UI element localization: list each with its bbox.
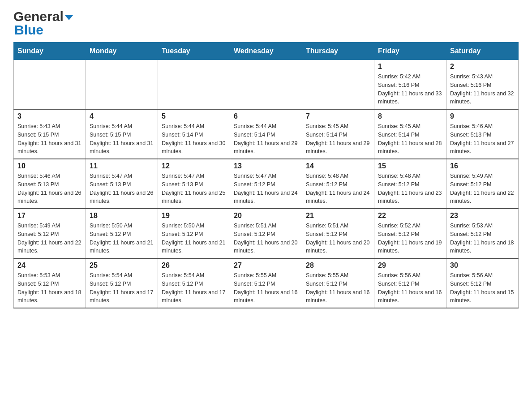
logo-general-text: General (13, 9, 64, 24)
calendar-week-3: 10 Sunrise: 5:46 AMSunset: 5:13 PMDaylig… (14, 159, 519, 209)
logo-blue-text: Blue (14, 22, 43, 38)
calendar-cell: 15 Sunrise: 5:48 AMSunset: 5:12 PMDaylig… (374, 159, 446, 209)
calendar-cell (302, 60, 374, 110)
day-number: 24 (17, 261, 82, 270)
day-info: Sunrise: 5:55 AMSunset: 5:12 PMDaylight:… (234, 271, 298, 305)
day-number: 9 (450, 112, 515, 120)
calendar-cell: 10 Sunrise: 5:46 AMSunset: 5:13 PMDaylig… (14, 159, 86, 209)
day-number: 4 (90, 112, 154, 120)
day-info: Sunrise: 5:49 AMSunset: 5:12 PMDaylight:… (17, 222, 82, 255)
day-number: 15 (378, 162, 442, 170)
header-row: Sunday Monday Tuesday Wednesday Thursday… (14, 43, 519, 60)
calendar-cell: 23 Sunrise: 5:53 AMSunset: 5:12 PMDaylig… (446, 209, 519, 258)
day-info: Sunrise: 5:48 AMSunset: 5:12 PMDaylight:… (306, 172, 370, 206)
calendar-cell: 26 Sunrise: 5:54 AMSunset: 5:12 PMDaylig… (158, 258, 230, 308)
calendar-cell: 13 Sunrise: 5:47 AMSunset: 5:12 PMDaylig… (230, 159, 302, 209)
calendar-cell: 8 Sunrise: 5:45 AMSunset: 5:14 PMDayligh… (374, 109, 446, 159)
day-info: Sunrise: 5:46 AMSunset: 5:13 PMDaylight:… (17, 172, 82, 206)
col-thursday: Thursday (302, 43, 374, 60)
calendar-cell: 20 Sunrise: 5:51 AMSunset: 5:12 PMDaylig… (230, 209, 302, 258)
day-number: 8 (378, 112, 442, 120)
day-number: 13 (234, 162, 298, 170)
calendar-body: 1 Sunrise: 5:42 AMSunset: 5:16 PMDayligh… (14, 60, 519, 308)
day-info: Sunrise: 5:43 AMSunset: 5:15 PMDaylight:… (17, 122, 82, 156)
day-info: Sunrise: 5:48 AMSunset: 5:12 PMDaylight:… (378, 172, 442, 206)
calendar-cell: 12 Sunrise: 5:47 AMSunset: 5:13 PMDaylig… (158, 159, 230, 209)
col-wednesday: Wednesday (230, 43, 302, 60)
calendar-week-5: 24 Sunrise: 5:53 AMSunset: 5:12 PMDaylig… (14, 258, 519, 308)
day-number: 11 (90, 162, 154, 170)
day-info: Sunrise: 5:45 AMSunset: 5:14 PMDaylight:… (378, 122, 442, 156)
day-info: Sunrise: 5:46 AMSunset: 5:13 PMDaylight:… (450, 122, 515, 156)
calendar-cell (86, 60, 158, 110)
calendar-header: Sunday Monday Tuesday Wednesday Thursday… (14, 43, 519, 60)
calendar-cell: 27 Sunrise: 5:55 AMSunset: 5:12 PMDaylig… (230, 258, 302, 308)
col-friday: Friday (374, 43, 446, 60)
day-number: 22 (378, 212, 442, 220)
day-number: 14 (306, 162, 370, 170)
col-saturday: Saturday (446, 43, 519, 60)
calendar-cell: 19 Sunrise: 5:50 AMSunset: 5:12 PMDaylig… (158, 209, 230, 258)
logo: General Blue (13, 9, 73, 38)
day-info: Sunrise: 5:45 AMSunset: 5:14 PMDaylight:… (306, 122, 370, 156)
day-number: 12 (162, 162, 226, 170)
day-info: Sunrise: 5:52 AMSunset: 5:12 PMDaylight:… (378, 222, 442, 255)
day-number: 10 (17, 162, 82, 170)
day-info: Sunrise: 5:51 AMSunset: 5:12 PMDaylight:… (306, 222, 370, 255)
day-info: Sunrise: 5:47 AMSunset: 5:13 PMDaylight:… (162, 172, 226, 206)
day-number: 6 (234, 112, 298, 120)
day-info: Sunrise: 5:53 AMSunset: 5:12 PMDaylight:… (17, 271, 82, 305)
page-header: General Blue (13, 9, 519, 38)
day-info: Sunrise: 5:56 AMSunset: 5:12 PMDaylight:… (450, 271, 515, 305)
day-number: 16 (450, 162, 515, 170)
calendar-week-1: 1 Sunrise: 5:42 AMSunset: 5:16 PMDayligh… (14, 60, 519, 110)
day-info: Sunrise: 5:54 AMSunset: 5:12 PMDaylight:… (162, 271, 226, 305)
calendar-cell: 17 Sunrise: 5:49 AMSunset: 5:12 PMDaylig… (14, 209, 86, 258)
calendar-cell: 4 Sunrise: 5:44 AMSunset: 5:15 PMDayligh… (86, 109, 158, 159)
day-info: Sunrise: 5:44 AMSunset: 5:14 PMDaylight:… (162, 122, 226, 156)
day-number: 27 (234, 261, 298, 270)
day-number: 17 (17, 212, 82, 220)
day-info: Sunrise: 5:42 AMSunset: 5:16 PMDaylight:… (378, 73, 442, 106)
day-info: Sunrise: 5:49 AMSunset: 5:12 PMDaylight:… (450, 172, 515, 206)
day-info: Sunrise: 5:55 AMSunset: 5:12 PMDaylight:… (306, 271, 370, 305)
col-monday: Monday (86, 43, 158, 60)
day-info: Sunrise: 5:56 AMSunset: 5:12 PMDaylight:… (378, 271, 442, 305)
day-number: 21 (306, 212, 370, 220)
calendar-cell: 30 Sunrise: 5:56 AMSunset: 5:12 PMDaylig… (446, 258, 519, 308)
col-sunday: Sunday (14, 43, 86, 60)
day-number: 25 (90, 261, 154, 270)
day-number: 7 (306, 112, 370, 120)
day-number: 23 (450, 212, 515, 220)
calendar-cell: 16 Sunrise: 5:49 AMSunset: 5:12 PMDaylig… (446, 159, 519, 209)
calendar-cell: 7 Sunrise: 5:45 AMSunset: 5:14 PMDayligh… (302, 109, 374, 159)
calendar-cell: 6 Sunrise: 5:44 AMSunset: 5:14 PMDayligh… (230, 109, 302, 159)
day-number: 5 (162, 112, 226, 120)
day-info: Sunrise: 5:50 AMSunset: 5:12 PMDaylight:… (90, 222, 154, 255)
calendar-cell: 3 Sunrise: 5:43 AMSunset: 5:15 PMDayligh… (14, 109, 86, 159)
logo-arrow-icon (65, 15, 73, 20)
day-number: 18 (90, 212, 154, 220)
day-number: 19 (162, 212, 226, 220)
calendar-cell: 25 Sunrise: 5:54 AMSunset: 5:12 PMDaylig… (86, 258, 158, 308)
calendar-cell: 14 Sunrise: 5:48 AMSunset: 5:12 PMDaylig… (302, 159, 374, 209)
day-info: Sunrise: 5:43 AMSunset: 5:16 PMDaylight:… (450, 73, 515, 106)
day-number: 1 (378, 63, 442, 71)
day-info: Sunrise: 5:54 AMSunset: 5:12 PMDaylight:… (90, 271, 154, 305)
calendar-cell: 22 Sunrise: 5:52 AMSunset: 5:12 PMDaylig… (374, 209, 446, 258)
calendar-cell: 24 Sunrise: 5:53 AMSunset: 5:12 PMDaylig… (14, 258, 86, 308)
calendar-cell: 11 Sunrise: 5:47 AMSunset: 5:13 PMDaylig… (86, 159, 158, 209)
day-number: 26 (162, 261, 226, 270)
calendar-cell: 18 Sunrise: 5:50 AMSunset: 5:12 PMDaylig… (86, 209, 158, 258)
calendar-cell: 1 Sunrise: 5:42 AMSunset: 5:16 PMDayligh… (374, 60, 446, 110)
calendar-cell: 21 Sunrise: 5:51 AMSunset: 5:12 PMDaylig… (302, 209, 374, 258)
day-info: Sunrise: 5:50 AMSunset: 5:12 PMDaylight:… (162, 222, 226, 255)
day-info: Sunrise: 5:44 AMSunset: 5:14 PMDaylight:… (234, 122, 298, 156)
calendar-cell: 28 Sunrise: 5:55 AMSunset: 5:12 PMDaylig… (302, 258, 374, 308)
day-number: 30 (450, 261, 515, 270)
calendar-cell: 5 Sunrise: 5:44 AMSunset: 5:14 PMDayligh… (158, 109, 230, 159)
day-number: 29 (378, 261, 442, 270)
calendar-cell (14, 60, 86, 110)
day-info: Sunrise: 5:47 AMSunset: 5:12 PMDaylight:… (234, 172, 298, 206)
calendar-cell (230, 60, 302, 110)
